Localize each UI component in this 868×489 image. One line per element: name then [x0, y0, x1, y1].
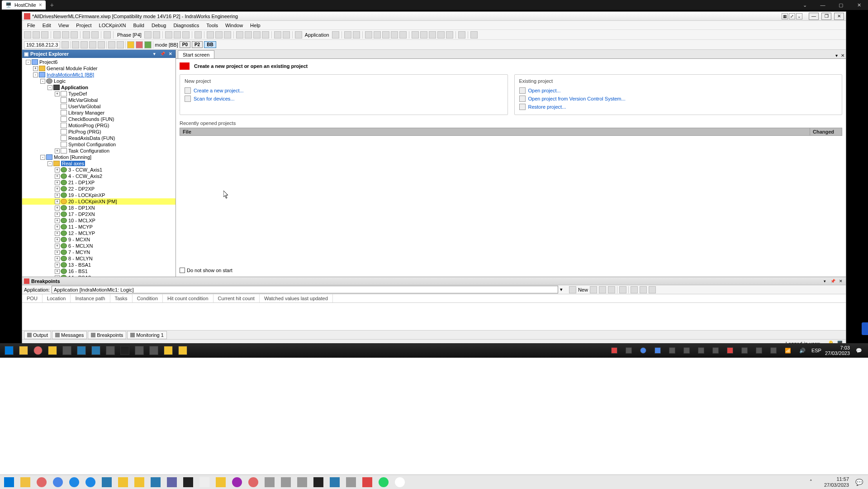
expand-icon[interactable]: + [55, 263, 60, 268]
host-tab[interactable]: 🖥️ HostChile × [2, 0, 46, 10]
expand-icon[interactable]: - [40, 79, 45, 84]
tool-icon[interactable] [98, 41, 105, 48]
tool-icon[interactable] [72, 41, 79, 48]
expand-icon[interactable]: + [55, 168, 60, 173]
layout-icons[interactable]: ▦⤢⌄ [782, 13, 802, 19]
pin-icon[interactable]: 📌 [830, 278, 836, 284]
dropdown-icon[interactable]: ▾ [821, 278, 828, 284]
col-changed[interactable]: Changed [810, 128, 842, 135]
tree-item[interactable]: +General Module Folder [22, 65, 175, 72]
tree-item[interactable]: +18 - DP1XN [22, 205, 175, 211]
tree-item[interactable]: +11 - MCYP [22, 224, 175, 230]
tool-icon[interactable] [182, 31, 190, 38]
project-explorer-header[interactable]: ▣ Project Explorer ▾ 📌 ✕ [22, 50, 175, 58]
app-icon[interactable] [60, 345, 74, 356]
chevron-down-icon[interactable]: ▾ [560, 287, 563, 292]
ip-field[interactable]: 192.168.212.3 [24, 41, 60, 48]
tool-icon[interactable] [89, 41, 96, 48]
new-tab-button[interactable]: + [46, 1, 58, 9]
tool-icon[interactable] [144, 31, 152, 38]
tray-icon[interactable] [767, 345, 780, 356]
tool-icon[interactable] [108, 41, 115, 48]
expand-icon[interactable]: + [55, 269, 60, 274]
vscode-icon[interactable] [147, 475, 164, 489]
app-icon[interactable] [261, 475, 278, 489]
expand-icon[interactable]: - [26, 60, 31, 65]
tool-icon[interactable] [631, 286, 638, 293]
tool-icon[interactable] [117, 41, 124, 48]
stop-icon[interactable] [374, 31, 381, 38]
tool-icon[interactable] [470, 31, 478, 38]
expand-icon[interactable]: + [55, 212, 60, 217]
tool-icon[interactable] [153, 31, 160, 38]
tool-icon[interactable] [194, 31, 202, 38]
pdf-icon[interactable] [359, 475, 375, 489]
expand-icon[interactable]: + [55, 256, 60, 261]
whatsapp-icon[interactable] [375, 475, 392, 489]
app-icon[interactable] [161, 345, 175, 356]
tree-item[interactable]: -IndraMotionMlc1 [BB] [22, 72, 175, 78]
tray-icon[interactable] [651, 345, 664, 356]
pause-icon[interactable] [382, 31, 389, 38]
application-label[interactable]: Application [304, 32, 331, 38]
save-icon[interactable] [41, 31, 48, 38]
side-handle[interactable] [862, 322, 868, 335]
expand-icon[interactable]: + [55, 250, 60, 255]
tray-icon[interactable] [636, 345, 650, 356]
cut-icon[interactable] [53, 31, 61, 38]
error-icon[interactable] [136, 41, 143, 48]
tray-icon[interactable] [723, 345, 737, 356]
tool-icon[interactable] [215, 31, 223, 38]
terminal-icon[interactable] [180, 475, 196, 489]
tree-item[interactable]: PlcProg (PRG) [22, 129, 175, 135]
expand-icon[interactable]: - [47, 85, 52, 90]
col-file[interactable]: File [180, 128, 810, 135]
new-project-link[interactable]: Scan for devices... [185, 95, 503, 103]
expand-icon[interactable]: + [55, 149, 60, 153]
tool-icon[interactable] [81, 41, 88, 48]
tree-item[interactable]: +9 - MCXN [22, 236, 175, 243]
tool-icon[interactable] [245, 31, 252, 38]
app-icon[interactable] [343, 475, 359, 489]
tool-icon[interactable] [458, 31, 465, 38]
expand-icon[interactable]: + [55, 218, 60, 223]
tree-item[interactable]: UserVarGlobal [22, 103, 175, 110]
edge-icon[interactable] [66, 475, 82, 489]
expand-icon[interactable]: + [55, 193, 60, 198]
column-header[interactable]: Condition [133, 294, 163, 302]
app-icon[interactable] [131, 475, 147, 489]
tool-icon[interactable] [446, 31, 453, 38]
tool-icon[interactable] [174, 31, 181, 38]
pin-icon[interactable]: 📌 [159, 51, 166, 57]
application-combo[interactable]: Application [IndraMotionMlc1: Logic] [52, 286, 558, 293]
existing-project-link[interactable]: Open project from Version Control System… [519, 95, 838, 103]
tree-item[interactable]: MotionProg (PRG) [22, 122, 175, 129]
menu-build[interactable]: Build [130, 22, 147, 29]
ide-titlebar[interactable]: *AllDrivesNewerMLCFirmware.xiwp [Compati… [22, 12, 846, 21]
edge-icon[interactable] [82, 475, 99, 489]
chrome-icon[interactable] [33, 475, 50, 489]
tool-icon[interactable] [236, 31, 243, 38]
record-icon[interactable] [391, 31, 398, 38]
app-icon[interactable] [133, 345, 146, 356]
open-icon[interactable] [33, 31, 40, 38]
bottom-tab[interactable]: Breakpoints [88, 331, 126, 339]
ok-icon[interactable] [144, 41, 152, 48]
new-icon[interactable] [24, 31, 31, 38]
volume-icon[interactable]: 🔊 [796, 345, 809, 356]
tree-item[interactable]: +21 - DP1XP [22, 179, 175, 186]
tray-icon[interactable] [607, 345, 621, 356]
tray-icon[interactable] [752, 345, 766, 356]
tree-item[interactable]: +4 - CCW_Axis2 [22, 173, 175, 179]
menu-view[interactable]: View [55, 22, 72, 29]
tray-icon[interactable] [738, 345, 751, 356]
app-icon[interactable] [294, 475, 310, 489]
app-icon[interactable] [213, 475, 229, 489]
tree-item[interactable]: +17 - DP2XN [22, 211, 175, 217]
tool-icon[interactable] [62, 41, 69, 48]
tree-item[interactable]: +3 - CCW_Axis1 [22, 167, 175, 173]
tool-icon[interactable] [207, 31, 214, 38]
redo-icon[interactable] [91, 31, 99, 38]
tab-start-screen[interactable]: Start screen [178, 50, 214, 58]
close-window-icon[interactable]: ✕ [850, 0, 868, 10]
